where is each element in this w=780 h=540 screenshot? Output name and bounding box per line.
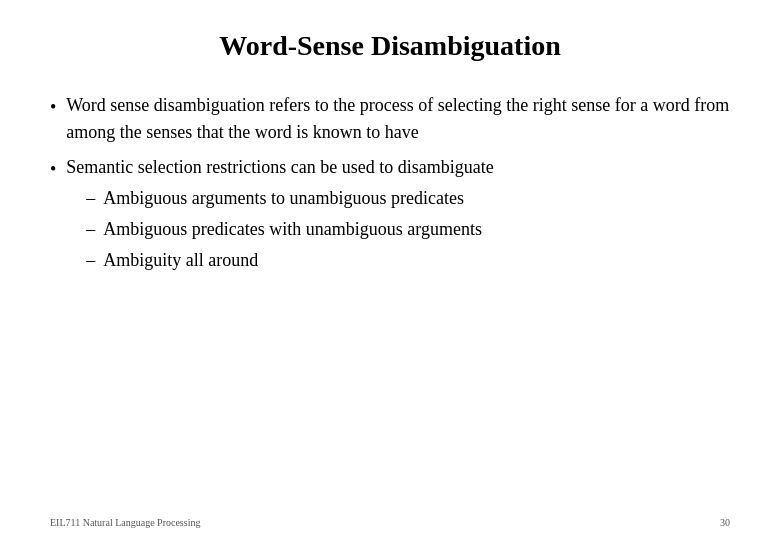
bullet-text-2-main: Semantic selection restrictions can be u…	[66, 157, 493, 177]
bullet-item-2: • Semantic selection restrictions can be…	[50, 154, 730, 278]
sub-bullet-dash-1: –	[86, 185, 95, 212]
slide-footer: EIL711 Natural Language Processing 30	[0, 517, 780, 528]
bullet-text-1: Word sense disambiguation refers to the …	[66, 92, 730, 146]
slide-content: • Word sense disambiguation refers to th…	[50, 92, 730, 278]
sub-bullets-2: – Ambiguous arguments to unambiguous pre…	[86, 185, 730, 274]
sub-bullet-label-2: Ambiguous predicates with unambiguous ar…	[103, 216, 482, 243]
sub-bullet-item-3: – Ambiguity all around	[86, 247, 730, 274]
sub-bullet-dash-2: –	[86, 216, 95, 243]
footer-page-number: 30	[720, 517, 730, 528]
sub-bullet-dash-3: –	[86, 247, 95, 274]
sub-bullet-item-1: – Ambiguous arguments to unambiguous pre…	[86, 185, 730, 212]
slide: Word-Sense Disambiguation • Word sense d…	[0, 0, 780, 540]
bullet-text-2: Semantic selection restrictions can be u…	[66, 154, 730, 278]
bullet-dot-2: •	[50, 156, 56, 183]
slide-title: Word-Sense Disambiguation	[50, 30, 730, 62]
bullet-item-1: • Word sense disambiguation refers to th…	[50, 92, 730, 146]
sub-bullet-label-1: Ambiguous arguments to unambiguous predi…	[103, 185, 464, 212]
bullet-dot-1: •	[50, 94, 56, 121]
sub-bullet-item-2: – Ambiguous predicates with unambiguous …	[86, 216, 730, 243]
sub-bullet-label-3: Ambiguity all around	[103, 247, 258, 274]
footer-course: EIL711 Natural Language Processing	[50, 517, 200, 528]
